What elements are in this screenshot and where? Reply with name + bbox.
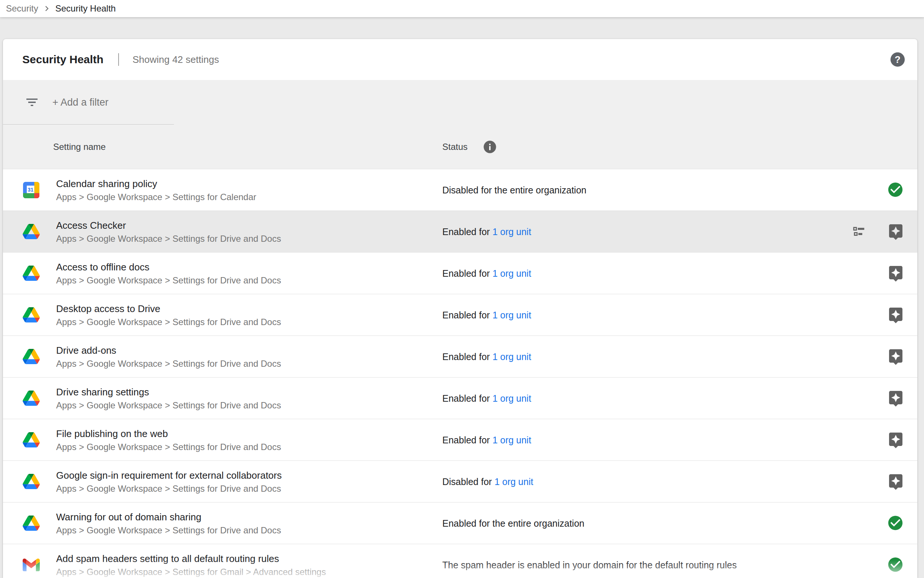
- status-cell: Enabled for the entire organization: [442, 518, 584, 529]
- gmail-icon: [21, 555, 41, 575]
- setting-path: Apps > Google Workspace > Settings for G…: [56, 565, 326, 578]
- status-text: Enabled for: [442, 226, 490, 237]
- status-ok-icon: [887, 556, 905, 574]
- card-header: Security Health Showing 42 settings ?: [3, 39, 917, 80]
- status-text: Disabled for: [442, 476, 492, 487]
- table-row[interactable]: 31 Calendar sharing policy Apps > Google…: [3, 169, 917, 211]
- drive-icon: [21, 514, 41, 533]
- org-unit-link[interactable]: 1 org unit: [492, 310, 531, 320]
- setting-name: Warning for out of domain sharing: [56, 510, 281, 524]
- status-cell: Disabled for the entire organization: [442, 185, 586, 195]
- status-text: The spam header is enabled in your domai…: [442, 559, 737, 570]
- setting-info: Access to offline docs Apps > Google Wor…: [56, 260, 281, 286]
- setting-name: Desktop access to Drive: [56, 302, 281, 315]
- setting-info: Desktop access to Drive Apps > Google Wo…: [56, 302, 281, 328]
- calendar-icon: 31: [21, 180, 41, 200]
- setting-info: File publishing on the web Apps > Google…: [56, 427, 281, 453]
- recommendation-icon[interactable]: [887, 265, 905, 282]
- recommendation-icon[interactable]: [887, 348, 905, 365]
- status-text: Enabled for: [442, 434, 490, 445]
- setting-name: File publishing on the web: [56, 427, 281, 440]
- org-unit-link[interactable]: 1 org unit: [492, 268, 531, 278]
- status-cell: Enabled for1 org unit: [442, 226, 531, 237]
- status-text: Enabled for the entire organization: [442, 518, 584, 528]
- table-row[interactable]: Warning for out of domain sharing Apps >…: [3, 502, 917, 544]
- setting-path: Apps > Google Workspace > Settings for D…: [56, 274, 281, 286]
- help-icon[interactable]: ?: [889, 51, 906, 68]
- status-ok-icon: [887, 515, 905, 532]
- status-cell: Enabled for1 org unit: [442, 434, 531, 445]
- org-unit-link[interactable]: 1 org unit: [492, 393, 531, 403]
- setting-info: Drive sharing settings Apps > Google Wor…: [56, 385, 281, 411]
- table-body: 31 Calendar sharing policy Apps > Google…: [3, 169, 917, 578]
- status-text: Disabled for the entire organization: [442, 185, 586, 195]
- drive-icon: [21, 347, 41, 366]
- status-cell: Enabled for1 org unit: [442, 268, 531, 279]
- breadcrumb: Security Security Health: [0, 0, 924, 17]
- status-text: Enabled for: [442, 351, 490, 362]
- setting-name: Access to offline docs: [56, 260, 281, 274]
- setting-name: Access Checker: [56, 218, 281, 232]
- drive-icon: [21, 389, 41, 408]
- table-row[interactable]: File publishing on the web Apps > Google…: [3, 419, 917, 461]
- status-ok-icon: [887, 181, 905, 199]
- setting-info: Warning for out of domain sharing Apps >…: [56, 510, 281, 536]
- setting-path: Apps > Google Workspace > Settings for D…: [56, 315, 281, 328]
- status-cell: Disabled for1 org unit: [442, 476, 533, 487]
- recommendation-icon[interactable]: [887, 473, 905, 490]
- filter-list-icon[interactable]: [24, 95, 39, 110]
- table-row[interactable]: Google sign-in requirement for external …: [3, 461, 917, 502]
- recommendation-icon[interactable]: [887, 390, 905, 407]
- recommendation-icon[interactable]: [887, 431, 905, 449]
- recommendation-icon[interactable]: [887, 223, 905, 241]
- drive-icon: [21, 430, 41, 450]
- drive-icon: [21, 222, 41, 241]
- setting-info: Drive add-ons Apps > Google Workspace > …: [56, 343, 281, 370]
- page-background: Security Health Showing 42 settings ? + …: [0, 39, 924, 578]
- setting-info: Add spam headers setting to all default …: [56, 552, 326, 578]
- info-icon[interactable]: [482, 140, 497, 154]
- svg-text:31: 31: [28, 187, 34, 193]
- title-divider: [118, 53, 119, 66]
- status-cell: Enabled for1 org unit: [442, 393, 531, 404]
- chevron-right-icon: [41, 3, 52, 14]
- setting-name: Calendar sharing policy: [56, 177, 256, 190]
- setting-path: Apps > Google Workspace > Settings for D…: [56, 232, 281, 245]
- filter-bar: + Add a filter: [3, 80, 917, 125]
- settings-count: Showing 42 settings: [132, 54, 219, 65]
- org-unit-link[interactable]: 1 org unit: [492, 351, 531, 362]
- setting-name: Add spam headers setting to all default …: [56, 552, 326, 565]
- setting-info: Google sign-in requirement for external …: [56, 468, 282, 495]
- table-row[interactable]: Access Checker Apps > Google Workspace >…: [3, 211, 917, 253]
- status-cell: Enabled for1 org unit: [442, 351, 531, 362]
- status-text: Enabled for: [442, 268, 490, 278]
- add-filter-button[interactable]: + Add a filter: [52, 97, 108, 108]
- setting-name: Drive sharing settings: [56, 385, 281, 399]
- breadcrumb-current: Security Health: [55, 3, 116, 14]
- table-row[interactable]: Add spam headers setting to all default …: [3, 544, 917, 578]
- setting-path: Apps > Google Workspace > Settings for D…: [56, 440, 281, 453]
- table-row[interactable]: Access to offline docs Apps > Google Wor…: [3, 253, 917, 294]
- column-header-status: Status: [442, 142, 468, 152]
- filter-and-header-section: + Add a filter Setting name Status: [3, 80, 917, 169]
- column-header-setting-name: Setting name: [53, 142, 105, 152]
- table-row[interactable]: Drive add-ons Apps > Google Workspace > …: [3, 336, 917, 378]
- table-header-row: Setting name Status: [3, 125, 917, 169]
- page-title: Security Health: [22, 53, 104, 66]
- breadcrumb-parent-link[interactable]: Security: [6, 3, 38, 14]
- drive-icon: [21, 472, 41, 491]
- org-unit-link[interactable]: 1 org unit: [492, 434, 531, 445]
- drive-icon: [21, 305, 41, 325]
- table-row[interactable]: Drive sharing settings Apps > Google Wor…: [3, 378, 917, 419]
- setting-path: Apps > Google Workspace > Settings for D…: [56, 399, 281, 411]
- setting-name: Drive add-ons: [56, 343, 281, 357]
- status-text: Enabled for: [442, 310, 490, 320]
- org-unit-link[interactable]: 1 org unit: [492, 226, 531, 237]
- table-row[interactable]: Desktop access to Drive Apps > Google Wo…: [3, 294, 917, 336]
- recommendation-icon[interactable]: [887, 306, 905, 324]
- org-unit-link[interactable]: 1 org unit: [494, 476, 533, 487]
- status-text: Enabled for: [442, 393, 490, 403]
- setting-path: Apps > Google Workspace > Settings for D…: [56, 482, 282, 495]
- setting-name: Google sign-in requirement for external …: [56, 468, 282, 482]
- setting-path: Apps > Google Workspace > Settings for D…: [56, 357, 281, 370]
